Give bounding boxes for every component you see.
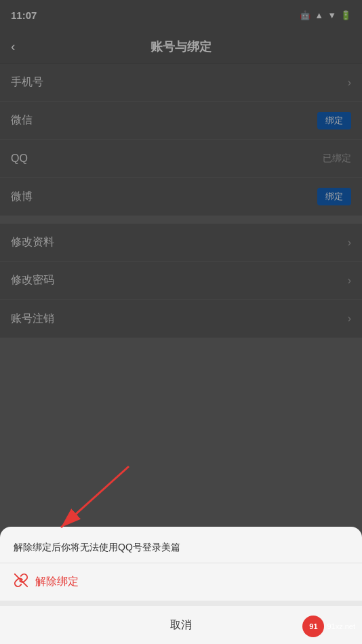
unbind-icon <box>14 573 28 591</box>
watermark-text: 91xz.net <box>327 622 355 630</box>
sheet-divider <box>0 601 362 606</box>
unbind-label: 解除绑定 <box>35 575 79 589</box>
cancel-label: 取消 <box>170 618 192 632</box>
unbind-action[interactable]: 解除绑定 <box>0 563 362 601</box>
watermark: 91 91xz.net <box>302 616 355 637</box>
sheet-info-text: 解除绑定后你将无法使用QQ号登录美篇 <box>0 527 362 563</box>
watermark-logo: 91 <box>302 616 324 637</box>
